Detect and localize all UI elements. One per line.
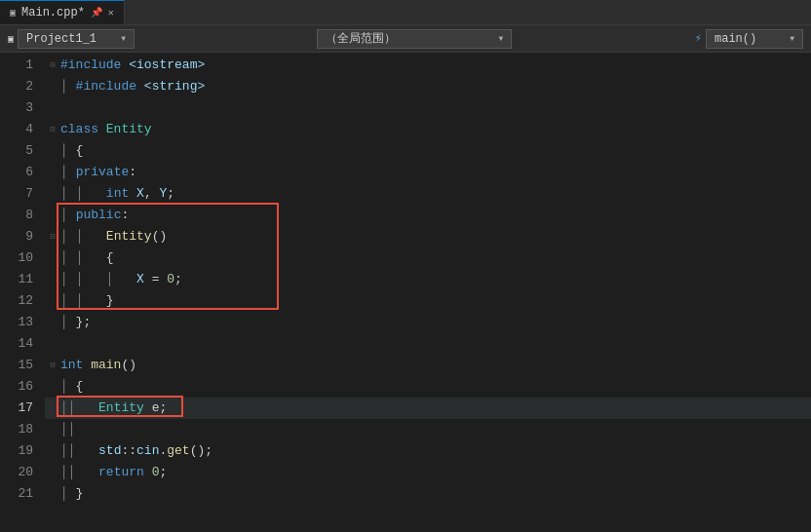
code-line-3 [45, 97, 811, 119]
toolbar-center: （全局范围） ▼ [142, 29, 687, 49]
tab-bar: ▣ Main.cpp* 📌 ✕ [0, 0, 811, 25]
line-num-18: 18 [0, 419, 33, 440]
code-area: 1 2 3 4 5 6 7 8 9 10 11 12 13 14 15 16 1… [0, 53, 811, 532]
line-num-2: 2 [0, 76, 33, 97]
code-line-21: │ } [45, 483, 811, 505]
line-num-11: 11 [0, 269, 33, 290]
fold-1[interactable]: ⊟ [45, 55, 60, 76]
code-line-8: │ public: [45, 205, 811, 226]
tab-main-cpp[interactable]: ▣ Main.cpp* 📌 ✕ [0, 0, 125, 24]
line-num-7: 7 [0, 183, 33, 205]
toolbar: ▣ Project1_1 ▼ （全局范围） ▼ ⚡ main() ▼ [0, 25, 811, 53]
code-line-15: ⊟ int main() [45, 355, 811, 376]
fold-4[interactable]: ⊟ [45, 119, 60, 140]
project-name: Project1_1 [26, 32, 97, 46]
line-num-1: 1 [0, 55, 33, 76]
toolbar-right: ⚡ main() ▼ [695, 29, 803, 49]
code-line-12: │ │ } [45, 290, 811, 312]
dropdown-arrow-icon: ▼ [121, 34, 126, 43]
line-num-4: 4 [0, 119, 33, 140]
code-line-7: │ │ int X, Y; [45, 183, 811, 205]
line-num-12: 12 [0, 290, 33, 312]
code-line-20: │ │ return 0; [45, 462, 811, 483]
scope-arrow-icon: ▼ [499, 34, 504, 43]
line-num-17: 17 [0, 398, 33, 419]
line-num-5: 5 [0, 140, 33, 162]
scope-label: （全局范围） [326, 30, 396, 47]
line-numbers: 1 2 3 4 5 6 7 8 9 10 11 12 13 14 15 16 1… [0, 53, 41, 532]
code-line-9: ⊟ │ │ Entity() [45, 226, 811, 247]
code-line-11: │ │ │ X = 0; [45, 269, 811, 290]
tab-close-icon[interactable]: ✕ [108, 7, 114, 19]
code-line-4: ⊟ class Entity [45, 119, 811, 140]
code-line-17: │ │ Entity e; [45, 398, 811, 419]
line-num-14: 14 [0, 333, 33, 355]
project-icon: ▣ [8, 33, 14, 45]
code-line-19: │ │ std::cin.get(); [45, 440, 811, 462]
code-content[interactable]: ⊟ #include <iostream> │ #include <string… [41, 53, 811, 532]
code-line-2: │ #include <string> [45, 76, 811, 97]
line-num-19: 19 [0, 440, 33, 462]
line-num-16: 16 [0, 376, 33, 398]
line-num-15: 15 [0, 355, 33, 376]
function-label: main() [714, 32, 756, 46]
function-dropdown[interactable]: main() ▼ [706, 29, 803, 49]
fold-15[interactable]: ⊟ [45, 355, 60, 376]
toolbar-left: ▣ Project1_1 ▼ [8, 29, 135, 49]
line-num-10: 10 [0, 247, 33, 269]
line-num-3: 3 [0, 97, 33, 119]
tab-label: Main.cpp* [21, 6, 85, 19]
line-num-13: 13 [0, 312, 33, 333]
code-line-6: │ private: [45, 162, 811, 183]
line-num-21: 21 [0, 483, 33, 505]
fold-9[interactable]: ⊟ [45, 226, 60, 247]
code-line-10: │ │ { [45, 247, 811, 269]
lightning-icon: ⚡ [695, 31, 702, 46]
project-dropdown[interactable]: Project1_1 ▼ [18, 29, 135, 49]
code-line-13: │ }; [45, 312, 811, 333]
tab-pin-icon: 📌 [91, 7, 102, 19]
function-arrow-icon: ▼ [790, 34, 794, 43]
line-num-9: 9 [0, 226, 33, 247]
code-line-14 [45, 333, 811, 355]
line-num-8: 8 [0, 205, 33, 226]
code-line-16: │ { [45, 376, 811, 398]
cpp-file-icon: ▣ [10, 7, 16, 19]
code-line-5: │ { [45, 140, 811, 162]
code-line-18: │ │ [45, 419, 811, 440]
code-line-1: ⊟ #include <iostream> [45, 55, 811, 76]
line-num-6: 6 [0, 162, 33, 183]
line-num-20: 20 [0, 462, 33, 483]
scope-dropdown[interactable]: （全局范围） ▼ [317, 29, 512, 49]
